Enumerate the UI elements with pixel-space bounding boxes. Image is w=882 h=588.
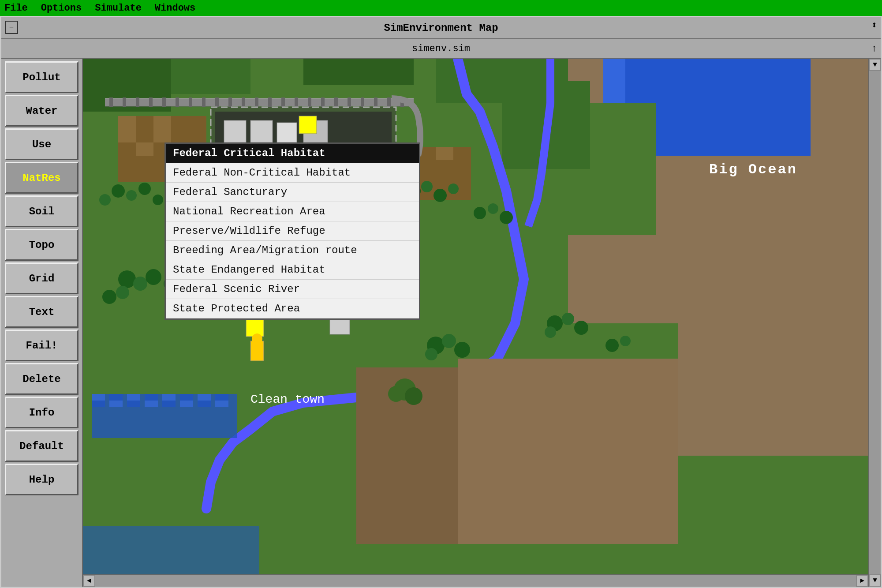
svg-rect-101 [162,401,176,407]
svg-rect-95 [198,394,211,401]
sidebar-btn-topo[interactable]: Topo [5,229,78,261]
svg-point-111 [605,339,619,352]
sidebar-btn-fail[interactable]: Fail! [5,330,78,361]
sidebar-btn-water[interactable]: Water [5,95,78,127]
svg-rect-32 [334,97,338,107]
svg-rect-99 [127,401,140,407]
sidebar-btn-default[interactable]: Default [5,430,78,462]
dropdown-option-5[interactable]: Breeding Area/Migration route [166,241,419,260]
svg-point-72 [500,211,513,224]
dropdown-option-8[interactable]: State Protected Area [166,299,419,318]
dropdown-option-4[interactable]: Preserve/Wildlife Refuge [166,221,419,241]
svg-rect-97 [92,401,105,407]
dropdown-option-0[interactable]: Federal Critical Habitat [166,144,419,163]
scroll-top-icon[interactable]: ↑ [871,43,877,54]
svg-point-65 [153,195,163,205]
svg-rect-20 [176,97,179,107]
svg-point-69 [448,184,459,194]
svg-rect-52 [153,129,171,142]
svg-rect-36 [387,97,391,107]
svg-point-114 [442,334,456,348]
sidebar-btn-delete[interactable]: Delete [5,363,78,395]
svg-rect-35 [374,97,377,107]
dropdown-option-7[interactable]: Federal Scenic River [166,280,419,299]
dropdown-option-2[interactable]: Federal Sancturary [166,183,419,202]
svg-point-77 [118,270,136,288]
map-area[interactable]: Big Ocean Clean town [83,59,868,587]
svg-rect-50 [118,129,136,142]
svg-rect-103 [198,401,211,407]
svg-rect-89 [92,394,105,401]
content-area: Pollut Water Use NatRes Soil Topo Grid T… [1,59,881,587]
svg-rect-23 [215,97,219,107]
svg-point-116 [425,348,437,360]
svg-rect-55 [136,142,153,156]
dropdown-option-6[interactable]: State Endangered Habitat [166,260,419,280]
svg-rect-102 [180,401,193,407]
scroll-track-vertical[interactable] [869,71,881,574]
svg-rect-84 [246,319,264,337]
svg-rect-3 [303,59,414,85]
scroll-down-arrow[interactable]: ▼ [869,59,881,71]
svg-rect-93 [162,394,176,401]
svg-point-63 [138,183,151,195]
svg-rect-122 [83,526,259,579]
dropdown-option-3[interactable]: National Recreation Area [166,202,419,221]
sidebar-btn-grid[interactable]: Grid [5,262,78,294]
svg-rect-92 [145,394,158,401]
svg-point-108 [562,313,574,325]
sidebar-btn-help[interactable]: Help [5,464,78,495]
svg-rect-24 [228,97,232,107]
svg-rect-17 [136,97,139,107]
svg-rect-40 [224,120,246,142]
sidebar-btn-pollut[interactable]: Pollut [5,61,78,93]
svg-rect-26 [255,97,258,107]
svg-rect-28 [281,97,285,107]
sidebar-btn-text[interactable]: Text [5,296,78,328]
svg-rect-34 [361,97,364,107]
scrollbar-vertical: ▼ ▼ [868,59,881,587]
sidebar-btn-natres[interactable]: NatRes [5,162,78,194]
svg-point-83 [102,290,116,304]
svg-point-87 [252,333,262,344]
svg-rect-100 [145,401,158,407]
scroll-up-arrow[interactable]: ▼ [869,574,881,587]
menu-options[interactable]: Options [41,3,82,14]
svg-point-61 [112,184,125,198]
scroll-track-horizontal[interactable] [95,575,856,587]
window-subtitle: simenv.sim [412,43,470,54]
svg-point-62 [126,190,137,201]
window-close-button[interactable]: ─ [5,21,18,34]
sidebar-btn-use[interactable]: Use [5,128,78,160]
svg-rect-2 [171,59,250,94]
scroll-right-arrow[interactable]: ► [856,575,868,587]
svg-rect-46 [118,116,136,129]
subtitle-bar: simenv.sim ↑ [1,39,881,59]
svg-point-110 [545,326,556,338]
title-bar: ─ SimEnvironment Map ⬍ [1,17,881,39]
menu-windows[interactable]: Windows [155,3,195,14]
svg-rect-104 [215,401,228,407]
svg-point-64 [99,194,111,206]
svg-rect-41 [250,120,273,142]
svg-rect-60 [453,147,471,160]
svg-point-115 [454,342,470,358]
svg-rect-48 [153,116,171,129]
svg-rect-19 [162,97,166,107]
svg-rect-118 [458,359,678,544]
svg-rect-91 [127,394,140,401]
svg-rect-90 [109,394,123,401]
scroll-left-arrow[interactable]: ◄ [83,575,95,587]
svg-rect-98 [109,401,123,407]
sidebar-btn-soil[interactable]: Soil [5,195,78,227]
dropdown-option-1[interactable]: Federal Non-Critical Habitat [166,163,419,183]
scroll-up-icon[interactable]: ⬍ [871,19,877,31]
svg-text:Clean town: Clean town [250,393,325,406]
sidebar-btn-info[interactable]: Info [5,397,78,428]
svg-rect-29 [295,97,298,107]
svg-rect-15 [109,97,113,107]
svg-rect-94 [180,394,193,401]
svg-point-109 [574,321,588,335]
menu-simulate[interactable]: Simulate [95,3,142,14]
menu-file[interactable]: File [4,3,28,14]
